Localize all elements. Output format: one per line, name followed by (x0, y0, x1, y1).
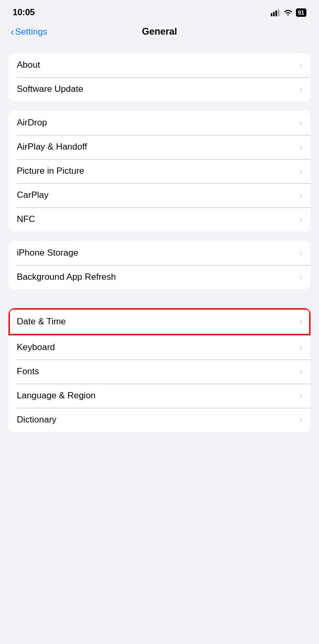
airplay-handoff-label: AirPlay & Handoff (17, 142, 87, 152)
back-label: Settings (15, 27, 47, 37)
airdrop-item[interactable]: AirDrop › (8, 111, 311, 135)
picture-in-picture-chevron: › (300, 166, 302, 176)
dictionary-item[interactable]: Dictionary › (8, 408, 311, 432)
about-label: About (17, 60, 40, 70)
dictionary-label: Dictionary (17, 415, 57, 425)
status-icons: 91 (271, 8, 306, 17)
airplay-handoff-item[interactable]: AirPlay & Handoff › (8, 135, 311, 159)
software-update-label: Software Update (17, 84, 83, 94)
background-app-refresh-label: Background App Refresh (17, 272, 116, 282)
settings-group-3: iPhone Storage › Background App Refresh … (8, 241, 311, 289)
settings-group-4-container: Date & Time › (8, 308, 311, 335)
nfc-chevron: › (300, 215, 302, 224)
picture-in-picture-label: Picture in Picture (17, 166, 84, 176)
settings-group-1: About › Software Update › (8, 53, 311, 101)
language-region-item[interactable]: Language & Region › (8, 384, 311, 408)
svg-rect-0 (271, 13, 272, 16)
back-button[interactable]: ‹ Settings (10, 27, 47, 37)
carplay-item[interactable]: CarPlay › (8, 183, 311, 207)
wifi-icon (283, 9, 293, 16)
settings-group-4-rest: Keyboard › Fonts › Language & Region › D… (8, 335, 311, 432)
about-chevron: › (300, 60, 302, 70)
software-update-chevron: › (300, 85, 302, 94)
keyboard-chevron: › (300, 343, 302, 352)
page-title: General (142, 26, 177, 37)
settings-group-2: AirDrop › AirPlay & Handoff › Picture in… (8, 111, 311, 231)
keyboard-item[interactable]: Keyboard › (8, 335, 311, 360)
background-app-refresh-chevron: › (300, 272, 302, 282)
date-time-item[interactable]: Date & Time › (8, 308, 311, 335)
airdrop-chevron: › (300, 118, 302, 128)
fonts-item[interactable]: Fonts › (8, 360, 311, 384)
airdrop-label: AirDrop (17, 118, 47, 128)
carplay-label: CarPlay (17, 190, 48, 200)
fonts-label: Fonts (17, 366, 39, 377)
nfc-item[interactable]: NFC › (8, 207, 311, 231)
about-item[interactable]: About › (8, 53, 311, 77)
picture-in-picture-item[interactable]: Picture in Picture › (8, 159, 311, 183)
nfc-label: NFC (17, 214, 35, 225)
battery-icon: 91 (296, 8, 306, 17)
software-update-item[interactable]: Software Update › (8, 77, 311, 101)
iphone-storage-chevron: › (300, 248, 302, 258)
date-time-chevron: › (300, 317, 302, 326)
svg-rect-3 (278, 9, 279, 16)
dictionary-chevron: › (300, 415, 302, 425)
background-app-refresh-item[interactable]: Background App Refresh › (8, 265, 311, 289)
keyboard-label: Keyboard (17, 342, 55, 353)
status-time: 10:05 (13, 7, 35, 18)
date-time-label: Date & Time (17, 316, 66, 327)
iphone-storage-label: iPhone Storage (17, 248, 78, 258)
fonts-chevron: › (300, 367, 302, 376)
svg-rect-2 (275, 10, 277, 16)
airplay-handoff-chevron: › (300, 142, 302, 152)
language-region-chevron: › (300, 391, 302, 400)
svg-rect-1 (273, 12, 274, 16)
carplay-chevron: › (300, 191, 302, 200)
nav-bar: ‹ Settings General (0, 22, 319, 44)
signal-icon (271, 9, 280, 16)
back-chevron-icon: ‹ (10, 26, 14, 37)
language-region-label: Language & Region (17, 390, 95, 401)
status-bar: 10:05 91 (0, 0, 319, 22)
iphone-storage-item[interactable]: iPhone Storage › (8, 241, 311, 265)
